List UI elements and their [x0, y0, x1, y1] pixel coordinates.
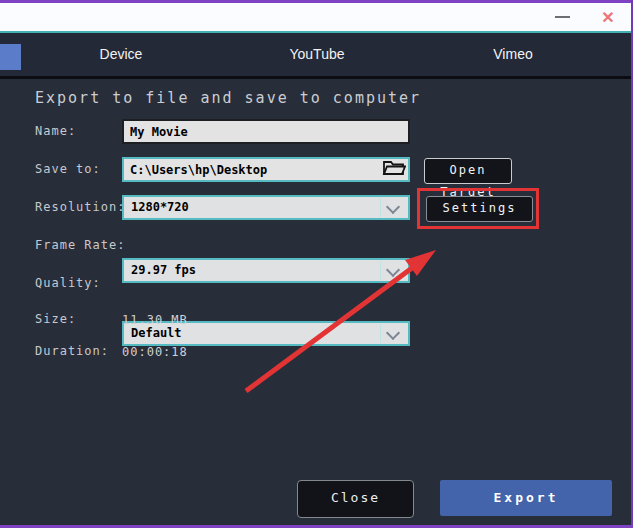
open-target-button[interactable]: Open Target: [424, 158, 512, 184]
chevron-down-icon: [386, 326, 400, 340]
titlebar: ✕: [0, 3, 631, 31]
resolution-dropdown[interactable]: 1280*720: [122, 195, 410, 220]
resolution-label: Resolution:: [35, 195, 125, 220]
save-to-label: Save to:: [35, 157, 101, 182]
name-label: Name:: [35, 119, 76, 144]
dropdown-divider: [380, 198, 381, 217]
minimize-icon: [555, 16, 570, 18]
save-path-input[interactable]: [122, 157, 410, 182]
tab-device[interactable]: Device: [61, 33, 181, 76]
browse-folder-button[interactable]: [382, 159, 406, 176]
close-button[interactable]: ✕: [591, 3, 625, 31]
size-value: 11.30 MB: [122, 313, 188, 327]
export-panel: Export to file and save to computer Name…: [0, 79, 631, 525]
tab-bar: Device YouTube Vimeo: [0, 33, 631, 76]
dropdown-divider: [380, 324, 381, 343]
frame-rate-dropdown[interactable]: 29.97 fps: [122, 258, 410, 283]
close-dialog-button[interactable]: Close: [297, 480, 414, 518]
export-button[interactable]: Export: [440, 480, 612, 516]
close-icon: ✕: [601, 8, 614, 27]
tab-youtube[interactable]: YouTube: [257, 33, 377, 76]
page-title: Export to file and save to computer: [35, 89, 421, 107]
dropdown-divider: [380, 261, 381, 280]
chevron-down-icon: [386, 200, 400, 214]
folder-icon: [382, 159, 406, 176]
settings-button[interactable]: Settings: [426, 196, 533, 222]
quality-label: Quality:: [35, 271, 101, 296]
frame-rate-label: Frame Rate:: [35, 233, 125, 258]
minimize-button[interactable]: [545, 3, 579, 31]
duration-label: Duration:: [35, 339, 109, 364]
chevron-down-icon: [386, 263, 400, 277]
tab-vimeo[interactable]: Vimeo: [453, 33, 573, 76]
size-label: Size:: [35, 307, 76, 332]
duration-value: 00:00:18: [122, 345, 188, 359]
active-tab-accent: [0, 44, 21, 70]
frame-rate-value: 29.97 fps: [131, 260, 196, 281]
resolution-value: 1280*720: [131, 197, 189, 218]
name-input[interactable]: [122, 119, 410, 144]
